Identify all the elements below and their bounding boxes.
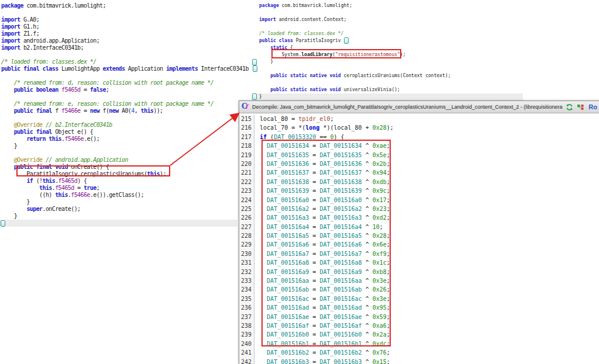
line-number: 239	[239, 330, 254, 339]
line-number: 220	[239, 160, 254, 168]
listing-code: DAT_001516b0 = DAT_001516b0 ^ 0x2a;	[254, 330, 390, 339]
code-line	[1, 51, 253, 58]
listing-code: DAT_001516ae = DAT_001516ae ^ 0x59;	[254, 313, 390, 321]
line-number: 217	[239, 133, 254, 141]
ghidra-decompiler-window[interactable]: C f Decompile: Java_com_bitmavrick_lumol…	[239, 100, 599, 364]
refresh-icon[interactable]	[565, 103, 574, 112]
listing-line: 238 DAT_001516af = DAT_001516af ^ 0xa6;	[239, 321, 599, 330]
code-line: package com.bitmavrick.lumolight;	[259, 2, 528, 9]
listing-line: 227 DAT_001516a4 = DAT_001516a4 ^ 10;	[239, 223, 599, 231]
code-line: }	[1, 143, 253, 150]
line-number: 230	[239, 249, 254, 258]
jadx-source-panel-lumolightapp[interactable]: package com.bitmavrick.lumolight;import …	[1, 2, 253, 227]
line-number: 238	[239, 321, 254, 330]
code-line: ParatitlaIsogriv.ceroplasticsUraniums(th…	[1, 171, 253, 178]
fold-marker-icon[interactable]	[252, 93, 257, 100]
listing-line: 219 DAT_00151635 = DAT_00151635 ^ 0x5e;	[239, 151, 599, 160]
listing-code: DAT_001516a0 = DAT_001516a0 ^ 0x17;	[254, 196, 390, 204]
listing-code: DAT_001516ad = DAT_001516ad ^ 0x95;	[254, 303, 390, 312]
code-line: public final Object e() {	[1, 129, 253, 136]
code-line: public boolean f5465d = false;	[1, 86, 253, 93]
code-line: super.onCreate();	[1, 206, 253, 213]
line-number: 219	[239, 151, 254, 160]
listing-code: DAT_001516b3 = DAT_001516b3 ^ 0x15;	[254, 358, 390, 364]
line-number: 227	[239, 223, 254, 231]
code-line: import Z1.f;	[1, 30, 253, 37]
code-line: /* renamed from: e, reason: collision wi…	[1, 100, 253, 108]
fold-marker-icon[interactable]	[344, 37, 349, 44]
listing-line: 220 DAT_00151636 = DAT_00151636 ^ 0x2b;	[239, 160, 599, 168]
code-line: /* renamed from: d, reason: collision wi…	[1, 79, 253, 86]
line-number: 234	[239, 285, 254, 294]
code-line: import android.app.Application;	[1, 37, 253, 44]
line-number: 225	[239, 204, 254, 213]
decompiler-icon-f: f	[245, 103, 247, 110]
listing-code: DAT_001516a7 = DAT_001516a7 ^ 0xf9;	[254, 249, 390, 258]
listing-code: DAT_001516a4 = DAT_001516a4 ^ 10;	[254, 223, 383, 231]
listing-line: 225 DAT_001516a2 = DAT_001516a2 ^ 0x23;	[239, 204, 599, 213]
code-line	[259, 23, 528, 30]
decompiler-cf-icon: C f	[242, 103, 250, 111]
listing-code: DAT_00151634 = DAT_00151634 ^ 0xae;	[254, 141, 390, 150]
fold-marker-icon[interactable]	[1, 220, 5, 227]
line-number: 218	[239, 141, 254, 150]
line-number: 235	[239, 294, 254, 303]
listing-code: DAT_001516a5 = DAT_001516a5 ^ 0x28;	[254, 231, 390, 240]
listing-code: DAT_00151638 = DAT_00151638 ^ 0xdb;	[254, 178, 390, 186]
listing-line: 233 DAT_001516aa = DAT_001516aa ^ 0x3e;	[239, 276, 599, 285]
line-number: 221	[239, 168, 254, 177]
listing-code: DAT_00151636 = DAT_00151636 ^ 0x2b;	[254, 160, 390, 168]
listing-code: DAT_001516b2 = DAT_001516b2 ^ 0x76;	[254, 348, 390, 357]
code-line: package com.bitmavrick.lumolight;	[1, 2, 253, 9]
listing-line: 226 DAT_001516a3 = DAT_001516a3 ^ 0xd2;	[239, 213, 599, 222]
code-line: return this.f5466e.e();	[1, 136, 253, 143]
code-line: @Override // android.app.Application	[1, 157, 253, 164]
code-line: }	[1, 213, 253, 220]
line-number: 229	[239, 240, 254, 249]
listing-line: 232 DAT_001516a9 = DAT_001516a9 ^ 0xb8;	[239, 268, 599, 276]
listing-line: 240 DAT_001516b1 = DAT_001516b1 ^ 0xdc;	[239, 339, 599, 348]
toolbar-clipped-label[interactable]: Ro	[588, 103, 597, 110]
line-number: 236	[239, 303, 254, 312]
code-line: public class ParatitlaIsogriv	[259, 37, 528, 44]
jadx-source-panel-paratitlaisogriv[interactable]: package com.bitmavrick.lumolight;import …	[259, 2, 528, 100]
listing-code: DAT_00151635 = DAT_00151635 ^ 0x5e;	[254, 151, 390, 160]
fold-marker-icon[interactable]	[253, 65, 257, 72]
listing-code: DAT_001516a3 = DAT_001516a3 ^ 0xd2;	[254, 213, 390, 222]
listing-line: 231 DAT_001516a8 = DAT_001516a8 ^ 0x1c;	[239, 258, 599, 267]
listing-code: DAT_00151639 = DAT_00151639 ^ 0x9c;	[254, 186, 390, 195]
code-line: public static native void universalizeVi…	[259, 86, 528, 93]
line-number: 231	[239, 258, 254, 267]
code-line: ((h) this.f5466e.e()).getClass();	[1, 192, 253, 199]
code-line: }	[1, 199, 253, 206]
listing-line: 223 DAT_00151639 = DAT_00151639 ^ 0x9c;	[239, 186, 599, 195]
listing-line: 241 DAT_001516b2 = DAT_001516b2 ^ 0x76;	[239, 348, 599, 357]
listing-code: DAT_001516ac = DAT_001516ac ^ 0x3e;	[254, 294, 390, 303]
line-number: 237	[239, 313, 254, 321]
code-line: public static native void ceroplasticsUr…	[259, 72, 528, 79]
line-number: 228	[239, 231, 254, 240]
listing-code: DAT_001516a9 = DAT_001516a9 ^ 0xb8;	[254, 268, 390, 276]
listing-line: 234 DAT_001516ab = DAT_001516ab ^ 0x26;	[239, 285, 599, 294]
listing-line: 235 DAT_001516ac = DAT_001516ac ^ 0x3e;	[239, 294, 599, 303]
code-line: }	[259, 93, 528, 100]
listing-line: 239 DAT_001516b0 = DAT_001516b0 ^ 0x2a;	[239, 330, 599, 339]
line-number: 241	[239, 348, 254, 357]
graph-icon[interactable]	[576, 103, 585, 112]
listing-code: DAT_001516a6 = DAT_001516a6 ^ 0x6e;	[254, 240, 390, 249]
listing-code: DAT_001516ab = DAT_001516ab ^ 0x26;	[254, 285, 390, 294]
code-line: @Override // b2.InterfaceC0341b	[1, 122, 253, 129]
decompiler-listing[interactable]: 215 local_80 = tpidr_el0;216 local_70 = …	[239, 113, 599, 364]
listing-code: DAT_001516a2 = DAT_001516a2 ^ 0x23;	[254, 204, 390, 213]
line-number: 226	[239, 213, 254, 222]
code-line: public final f f5466e = new f(new A0(4, …	[1, 108, 253, 115]
code-line: public final void onCreate() {	[1, 164, 253, 171]
listing-line: 215 local_80 = tpidr_el0;	[239, 115, 599, 123]
code-line: static {	[259, 44, 528, 51]
fold-marker-icon[interactable]	[252, 59, 257, 65]
decompiler-window-title: Decompile: Java_com_bitmavrick_lumolight…	[252, 104, 563, 110]
code-line: public final class LumolightApp extends …	[1, 65, 253, 72]
listing-line: 218 DAT_00151634 = DAT_00151634 ^ 0xae;	[239, 141, 599, 150]
decompiler-title-bar[interactable]: C f Decompile: Java_com_bitmavrick_lumol…	[239, 101, 599, 113]
listing-code: DAT_001516a8 = DAT_001516a8 ^ 0x1c;	[254, 258, 390, 267]
